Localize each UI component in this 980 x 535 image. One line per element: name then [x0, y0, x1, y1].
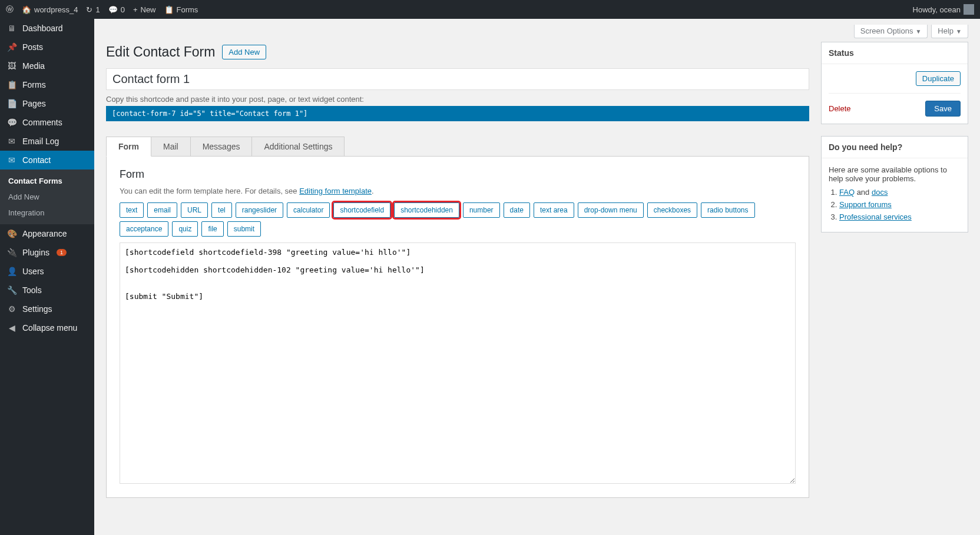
menu-icon: 📋	[6, 80, 18, 89]
help-button[interactable]: Help▼	[931, 25, 968, 38]
tag-btn-checkboxes[interactable]: checkboxes	[647, 202, 697, 218]
help-box-title: Do you need help?	[822, 137, 968, 158]
menu-label: Settings	[22, 304, 52, 314]
menu-item-plugins[interactable]: 🔌Plugins1	[0, 243, 94, 262]
help-intro: Here are some available options to help …	[829, 165, 961, 183]
tab-form[interactable]: Form	[106, 137, 151, 157]
tag-btn-shortcodefield[interactable]: shortcodefield	[333, 202, 390, 218]
tag-btn-date[interactable]: date	[504, 202, 530, 218]
comments-link[interactable]: 💬 0	[108, 5, 125, 14]
shortcode-howto: Copy this shortcode and paste it into yo…	[106, 95, 809, 104]
badge: 1	[57, 249, 67, 256]
menu-icon: 🔌	[6, 248, 18, 257]
help-item: Support forums	[839, 200, 961, 209]
tab-additional-settings[interactable]: Additional Settings	[251, 137, 345, 156]
admin-bar: ⓦ 🏠 wordpress_4 ↻ 1 💬 0 + New 📋 Forms Ho…	[0, 0, 980, 19]
menu-item-dashboard[interactable]: 🖥Dashboard	[0, 19, 94, 38]
menu-item-posts[interactable]: 📌Posts	[0, 38, 94, 57]
save-button[interactable]: Save	[925, 101, 961, 117]
menu-icon: 🖥	[6, 24, 18, 33]
menu-icon: ⚙	[6, 304, 18, 314]
menu-label: Comments	[22, 118, 62, 127]
pro-link[interactable]: Professional services	[839, 212, 912, 221]
updates-link[interactable]: ↻ 1	[86, 5, 100, 14]
tag-btn-shortcodehidden[interactable]: shortcodehidden	[394, 202, 459, 218]
docs-link[interactable]: docs	[872, 188, 888, 197]
menu-label: Contact	[22, 155, 51, 165]
add-new-button[interactable]: Add New	[222, 45, 266, 59]
form-title-input[interactable]	[106, 68, 809, 90]
tag-btn-drop-down-menu[interactable]: drop-down menu	[578, 202, 644, 218]
form-panel-intro: You can edit the form template here. For…	[120, 187, 796, 195]
menu-label: Forms	[22, 80, 46, 89]
tag-btn-calculator[interactable]: calculator	[287, 202, 330, 218]
tag-btn-quiz[interactable]: quiz	[172, 221, 198, 237]
new-link[interactable]: + New	[133, 5, 156, 14]
help-item: Professional services	[839, 212, 961, 221]
submenu-item[interactable]: Contact Forms	[0, 173, 94, 189]
menu-label: Users	[22, 267, 44, 276]
tab-messages[interactable]: Messages	[190, 137, 253, 156]
menu-item-contact[interactable]: ✉Contact	[0, 151, 94, 170]
tag-btn-rangeslider[interactable]: rangeslider	[236, 202, 283, 218]
menu-icon: 💬	[6, 118, 18, 127]
menu-label: Pages	[22, 99, 46, 108]
tag-button-row: textemailURLtelrangeslidercalculatorshor…	[120, 202, 796, 237]
menu-item-users[interactable]: 👤Users	[0, 262, 94, 281]
tag-btn-text[interactable]: text	[120, 202, 144, 218]
screen-options-button[interactable]: Screen Options▼	[854, 25, 928, 38]
menu-item-pages[interactable]: 📄Pages	[0, 94, 94, 113]
tag-btn-tel[interactable]: tel	[211, 202, 232, 218]
menu-icon: 📌	[6, 42, 18, 52]
menu-item-appearance[interactable]: 🎨Appearance	[0, 224, 94, 243]
menu-item-tools[interactable]: 🔧Tools	[0, 281, 94, 300]
faq-link[interactable]: FAQ	[839, 188, 855, 197]
help-box: Do you need help? Here are some availabl…	[821, 136, 968, 232]
form-template-textarea[interactable]: [shortcodefield shortcodefield-398 "gree…	[120, 242, 796, 484]
tag-btn-text-area[interactable]: text area	[534, 202, 574, 218]
site-link[interactable]: 🏠 wordpress_4	[22, 5, 78, 14]
menu-icon: ✉	[6, 155, 18, 165]
shortcode-display[interactable]: [contact-form-7 id="5" title="Contact fo…	[106, 106, 809, 121]
page-title: Edit Contact Form	[106, 44, 215, 60]
menu-label: Posts	[22, 42, 43, 52]
help-item: FAQ and docs	[839, 188, 961, 197]
menu-item-media[interactable]: 🖼Media	[0, 57, 94, 75]
tabs: FormMailMessagesAdditional Settings	[106, 137, 809, 157]
editing-template-link[interactable]: Editing form template	[299, 187, 372, 195]
menu-item-forms[interactable]: 📋Forms	[0, 75, 94, 94]
menu-icon: ✉	[6, 137, 18, 146]
submenu-item[interactable]: Integration	[0, 205, 94, 221]
menu-label: Plugins	[22, 248, 49, 257]
menu-icon: 📄	[6, 99, 18, 108]
menu-item-collapse-menu[interactable]: ◀Collapse menu	[0, 318, 94, 337]
forums-link[interactable]: Support forums	[839, 200, 892, 209]
submenu-item[interactable]: Add New	[0, 189, 94, 205]
delete-link[interactable]: Delete	[829, 104, 851, 113]
menu-item-comments[interactable]: 💬Comments	[0, 113, 94, 132]
menu-item-email-log[interactable]: ✉Email Log	[0, 132, 94, 151]
tag-btn-email[interactable]: email	[147, 202, 177, 218]
tag-btn-file[interactable]: file	[201, 221, 223, 237]
tag-btn-url[interactable]: URL	[181, 202, 208, 218]
avatar	[964, 4, 974, 15]
wp-logo-icon[interactable]: ⓦ	[6, 4, 14, 15]
tab-mail[interactable]: Mail	[151, 137, 191, 156]
tag-btn-submit[interactable]: submit	[227, 221, 261, 237]
menu-icon: 🖼	[6, 61, 18, 71]
menu-item-settings[interactable]: ⚙Settings	[0, 300, 94, 318]
menu-icon: 👤	[6, 267, 18, 276]
tag-btn-acceptance[interactable]: acceptance	[120, 221, 168, 237]
tag-btn-number[interactable]: number	[463, 202, 500, 218]
duplicate-button[interactable]: Duplicate	[916, 71, 961, 86]
menu-icon: 🔧	[6, 285, 18, 295]
status-box-title: Status	[822, 42, 968, 64]
howdy-link[interactable]: Howdy, ocean	[913, 4, 974, 15]
tag-btn-radio-buttons[interactable]: radio buttons	[701, 202, 754, 218]
menu-label: Tools	[22, 285, 42, 295]
menu-label: Email Log	[22, 137, 59, 146]
forms-link[interactable]: 📋 Forms	[164, 5, 198, 14]
menu-label: Collapse menu	[22, 323, 77, 333]
status-box: Status Duplicate Delete Save	[821, 42, 968, 124]
menu-icon: 🎨	[6, 229, 18, 238]
